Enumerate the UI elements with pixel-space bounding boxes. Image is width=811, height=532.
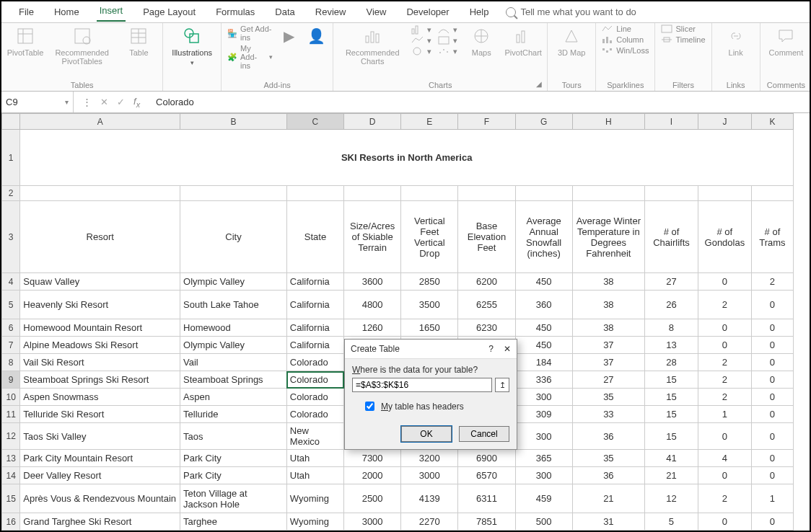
cell[interactable]: 6255 xyxy=(458,291,515,319)
timeline-button[interactable]: Timeline xyxy=(661,35,705,44)
cell[interactable]: 27 xyxy=(645,273,698,291)
cell[interactable]: 3500 xyxy=(401,291,458,319)
cell[interactable]: 4139 xyxy=(401,484,458,513)
cell[interactable]: Olympic Valley xyxy=(180,273,287,291)
chart-type-3[interactable]: ▾ xyxy=(411,46,431,56)
row-header[interactable]: 8 xyxy=(2,354,20,371)
cell[interactable]: Park City xyxy=(180,450,287,467)
cell[interactable]: 3200 xyxy=(401,450,458,467)
cell[interactable]: Heavenly Ski Resort xyxy=(20,291,180,319)
cell[interactable]: 38 xyxy=(572,319,644,337)
menu-tab-help[interactable]: Help xyxy=(460,4,499,20)
recommended-charts-button[interactable]: Recommended Charts xyxy=(339,25,406,67)
headers-checkbox[interactable] xyxy=(365,402,374,411)
cell[interactable]: 35 xyxy=(572,389,644,406)
close-icon[interactable]: ✕ xyxy=(504,344,511,354)
cell[interactable]: 4 xyxy=(698,450,751,467)
cell[interactable]: 6200 xyxy=(458,273,515,291)
cell[interactable]: 1 xyxy=(751,484,793,513)
row-header[interactable]: 1 xyxy=(2,130,20,186)
cell[interactable]: 0 xyxy=(698,423,751,450)
cell[interactable]: Olympic Valley xyxy=(180,337,287,354)
my-addins-button[interactable]: 🧩 My Add-ins ▾ xyxy=(227,44,273,70)
cell[interactable]: 360 xyxy=(515,291,572,319)
table-header[interactable]: Base Elevation Feet xyxy=(458,201,515,273)
cell[interactable]: Targhee xyxy=(180,513,287,531)
tell-me-search[interactable]: Tell me what you want to do xyxy=(506,6,636,17)
cell[interactable]: 1650 xyxy=(401,319,458,337)
slicer-button[interactable]: Slicer xyxy=(661,25,705,33)
cell[interactable]: 12 xyxy=(645,484,698,513)
recommended-pivottables-button[interactable]: Recommended PivotTables xyxy=(49,25,115,67)
table-header[interactable]: # of Gondolas xyxy=(698,201,751,273)
sheet-title[interactable]: SKI Resorts in North America xyxy=(20,130,794,186)
row-header[interactable]: 12 xyxy=(2,423,20,450)
menu-tab-page-layout[interactable]: Page Layout xyxy=(133,4,206,20)
cell[interactable]: 37 xyxy=(572,337,644,354)
chart-type-4[interactable]: ▾ xyxy=(437,25,457,35)
cell[interactable]: 2 xyxy=(698,291,751,319)
cell[interactable]: 6900 xyxy=(458,450,515,467)
cell[interactable]: 2 xyxy=(751,273,793,291)
cell[interactable]: 7851 xyxy=(458,513,515,531)
cell[interactable]: Wyoming xyxy=(286,513,343,531)
cell[interactable]: 6311 xyxy=(458,484,515,513)
cell[interactable]: 0 xyxy=(751,467,793,484)
chart-type-6[interactable]: ▾ xyxy=(437,46,457,56)
cell[interactable]: 36 xyxy=(572,423,644,450)
cell[interactable]: Deer Valley Resort xyxy=(20,467,180,484)
cell[interactable]: 0 xyxy=(751,354,793,371)
column-header-G[interactable]: G xyxy=(515,114,572,130)
cell[interactable]: 2 xyxy=(698,371,751,389)
cell[interactable]: 31 xyxy=(572,513,644,531)
cell[interactable]: 3600 xyxy=(344,273,401,291)
enter-icon[interactable]: ✓ xyxy=(117,97,125,107)
menu-tab-home[interactable]: Home xyxy=(44,4,89,20)
column-header-K[interactable]: K xyxy=(751,114,793,130)
table-header[interactable]: State xyxy=(286,201,343,273)
cell[interactable]: 15 xyxy=(645,423,698,450)
row-header[interactable]: 11 xyxy=(2,406,20,423)
table-header[interactable]: Size/Acres of Skiable Terrain xyxy=(344,201,401,273)
cell[interactable]: Alpine Meadows Ski Resort xyxy=(20,337,180,354)
cell[interactable]: New Mexico xyxy=(286,423,343,450)
cell[interactable]: 21 xyxy=(572,484,644,513)
cancel-button[interactable]: Cancel xyxy=(459,426,509,442)
cell[interactable]: 0 xyxy=(698,513,751,531)
cell[interactable]: 459 xyxy=(515,484,572,513)
table-header[interactable]: # of Chairlifts xyxy=(645,201,698,273)
cell[interactable]: Homewood Mountain Resort xyxy=(20,319,180,337)
cell[interactable]: California xyxy=(286,319,343,337)
cell[interactable]: Taos Ski Valley xyxy=(20,423,180,450)
row-header[interactable]: 2 xyxy=(2,186,20,201)
cell[interactable]: 2500 xyxy=(344,484,401,513)
range-selector-button[interactable]: ↥ xyxy=(495,378,509,392)
cell[interactable] xyxy=(751,186,793,201)
cell[interactable]: 0 xyxy=(751,423,793,450)
chart-type-5[interactable]: ▾ xyxy=(437,35,457,45)
menu-tab-developer[interactable]: Developer xyxy=(396,4,459,20)
worksheet[interactable]: ABCDEFGHIJK1SKI Resorts in North America… xyxy=(1,113,810,531)
cell[interactable]: 0 xyxy=(698,337,751,354)
cell[interactable]: 15 xyxy=(645,371,698,389)
cell[interactable]: 21 xyxy=(645,467,698,484)
cell[interactable]: 28 xyxy=(645,354,698,371)
cell[interactable]: 0 xyxy=(751,291,793,319)
row-header[interactable]: 14 xyxy=(2,467,20,484)
cell[interactable]: 0 xyxy=(698,273,751,291)
cell[interactable]: 0 xyxy=(698,467,751,484)
menu-tab-view[interactable]: View xyxy=(356,4,396,20)
cell[interactable]: Taos xyxy=(180,423,287,450)
cell[interactable]: 5 xyxy=(645,513,698,531)
menu-tab-file[interactable]: File xyxy=(9,4,44,20)
cell[interactable]: 450 xyxy=(515,337,572,354)
cell[interactable]: 365 xyxy=(515,450,572,467)
column-header-C[interactable]: C xyxy=(286,114,343,130)
cell[interactable]: California xyxy=(286,337,343,354)
cell[interactable]: 0 xyxy=(751,450,793,467)
link-button[interactable]: Link xyxy=(718,25,754,58)
cell[interactable]: Teton Village at Jackson Hole xyxy=(180,484,287,513)
cell[interactable]: Wyoming xyxy=(286,484,343,513)
get-addins-button[interactable]: 🏪 Get Add-ins xyxy=(227,25,273,42)
cell[interactable]: 38 xyxy=(572,273,644,291)
